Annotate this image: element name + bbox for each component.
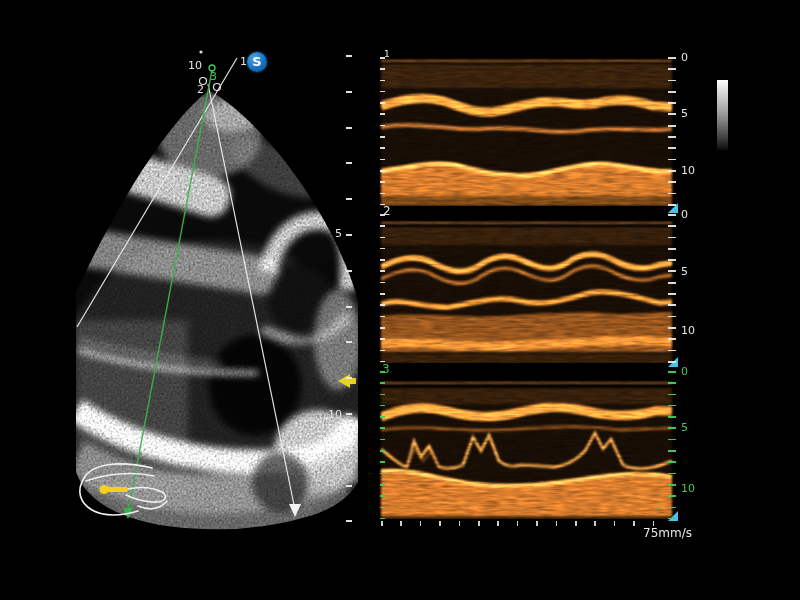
strip-divider: [381, 206, 672, 214]
brand-logo: S: [247, 52, 267, 72]
strip-2-scale-0: 0: [681, 209, 688, 220]
strip-3-scale-ticks: [668, 371, 676, 519]
mmode-strip-1-trace: [381, 60, 672, 208]
cursor-3-label: 3: [210, 71, 217, 82]
grayscale-bar: [717, 80, 728, 151]
sweep-speed-label: 75mm/s: [600, 526, 692, 540]
strip-1-scale-5: 5: [681, 108, 688, 119]
strip-divider: [381, 363, 672, 370]
depth-label-10: 10: [316, 409, 342, 420]
caliper-dot-icon: [199, 50, 202, 53]
strip-1-left-ticks: [380, 57, 385, 207]
apex-measure-label: 10: [188, 60, 202, 71]
strip-3-label: 3: [382, 363, 390, 375]
strip-3-scale-10: 10: [681, 483, 695, 494]
strip-2-label: 2: [383, 205, 391, 217]
mmode-strip-3-trace: [381, 382, 672, 522]
strip-3-left-ticks: [380, 371, 385, 519]
ultrasound-screen: 10 1 2 3 5 10 S 1 2 3 0 5 10 0 5 10 0 5 …: [0, 0, 800, 600]
strip-1-scale-10: 10: [681, 165, 695, 176]
mmode-strip-2-trace: [381, 222, 672, 364]
depth-label-5: 5: [322, 228, 342, 239]
ultrasound-graphics: [0, 0, 800, 600]
strip-2-left-ticks: [380, 214, 385, 364]
strip-3-scale-0: 0: [681, 366, 688, 377]
strip-2-scale-10: 10: [681, 325, 695, 336]
strip-2-scale-5: 5: [681, 266, 688, 277]
strip-1-scale-0: 0: [681, 52, 688, 63]
cursor-1-label: 1: [240, 56, 247, 67]
strip-1-label: 1: [384, 50, 390, 59]
strip-3-scale-5: 5: [681, 422, 688, 433]
cursor-2-label: 2: [197, 84, 204, 95]
strip-2-scale-ticks: [668, 214, 676, 364]
strip-1-scale-ticks: [668, 57, 676, 207]
depth-ruler: [346, 55, 352, 523]
mmode-traces: [381, 60, 672, 522]
